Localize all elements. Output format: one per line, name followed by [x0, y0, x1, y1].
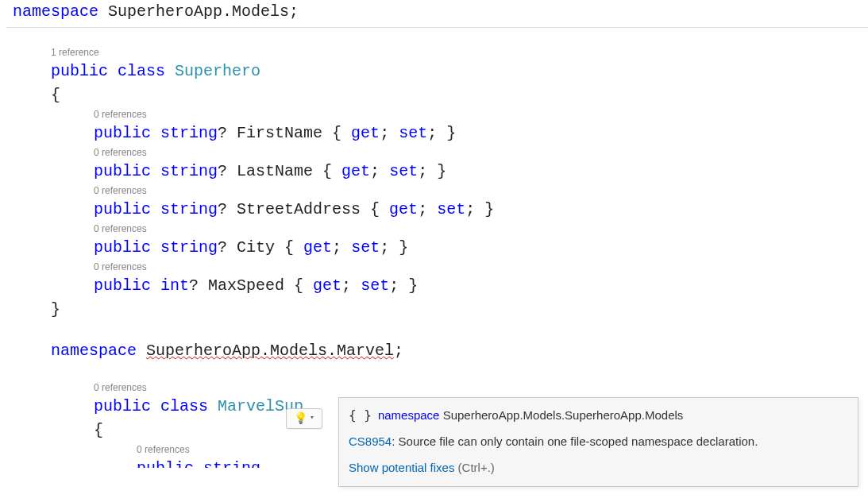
lightbulb-icon: 💡 — [294, 411, 307, 427]
type-name: Superhero — [175, 62, 260, 80]
keyword-string: string — [160, 200, 218, 218]
keyword-set: set — [389, 162, 418, 180]
keyword-public: public — [94, 124, 151, 142]
codelens-text: 0 references — [94, 147, 147, 158]
nullable-q: ? — [218, 200, 237, 218]
keyword-get: get — [313, 276, 341, 295]
codelens-text: 0 references — [94, 223, 147, 234]
codelens[interactable]: 1 reference — [6, 45, 868, 60]
text: ; — [418, 200, 437, 218]
codelens-text: 0 references — [94, 261, 147, 272]
namespace-name: SuperheroApp.Models — [108, 2, 289, 21]
code-line[interactable]: public string? FirstName { get; set; } — [6, 122, 868, 145]
code-line[interactable]: public int? MaxSpeed { get; set; } — [6, 274, 868, 298]
codelens[interactable]: 0 references — [6, 145, 868, 160]
keyword-string: string — [203, 459, 260, 468]
error-tooltip: { } namespace SuperheroApp.Models.Superh… — [338, 397, 858, 487]
text: ; — [370, 162, 389, 180]
text: ; } — [427, 124, 456, 142]
code-line[interactable]: { — [6, 83, 868, 107]
semicolon: ; — [289, 2, 299, 21]
keyword-int: int — [160, 276, 189, 295]
keyword-set: set — [351, 238, 380, 257]
chevron-down-icon: ▾ — [310, 413, 314, 424]
keyword-set: set — [437, 200, 465, 218]
code-line[interactable]: public string? StreetAddress { get; set;… — [6, 198, 868, 222]
namespace-name-error: SuperheroApp.Models.Marvel — [146, 342, 394, 360]
keyword-class: class — [160, 397, 208, 415]
keyword-public: public — [137, 459, 194, 468]
nullable-q: ? — [218, 124, 237, 142]
semicolon: ; — [394, 342, 403, 360]
show-fixes-link[interactable]: Show potential fixes — [349, 461, 454, 474]
keyword-get: get — [341, 162, 370, 180]
code-line[interactable]: public class Superhero — [6, 60, 868, 83]
keyword-public: public — [94, 397, 151, 415]
keyword-namespace: namespace — [378, 408, 440, 422]
nullable-q: ? — [218, 162, 237, 180]
keyword-string: string — [160, 238, 218, 257]
error-message: : Source file can only contain one file-… — [392, 434, 758, 448]
keyword-public: public — [51, 62, 108, 80]
codelens-text: 0 references — [94, 109, 147, 120]
codelens[interactable]: 0 references — [6, 260, 868, 274]
tooltip-symbol-row: { } namespace SuperheroApp.Models.Superh… — [349, 406, 848, 425]
text: ; — [332, 238, 351, 257]
property-name: FirstName — [237, 124, 322, 142]
keyword-class: class — [118, 62, 165, 80]
text: { — [313, 162, 341, 180]
text: { — [284, 276, 313, 295]
code-line[interactable]: public string? LastName { get; set; } — [6, 160, 868, 183]
codelens-text: 0 references — [94, 185, 147, 196]
tooltip-fixes-row: Show potential fixes (Ctrl+.) — [349, 459, 848, 477]
property-name: StreetAddress — [237, 200, 361, 218]
keyword-get: get — [389, 200, 418, 218]
keyword-public: public — [94, 276, 151, 295]
keyword-set: set — [361, 276, 389, 295]
codelens-text: 0 references — [94, 382, 147, 393]
keyword-get: get — [351, 124, 380, 142]
brace-open: { — [51, 86, 60, 104]
lightbulb-button[interactable]: 💡 ▾ — [286, 408, 322, 429]
text: ; — [380, 124, 399, 142]
keyword-public: public — [94, 238, 151, 257]
property-name: LastName — [237, 162, 313, 180]
text: { — [275, 238, 303, 257]
keyword-namespace: namespace — [51, 342, 137, 360]
keyword-string: string — [160, 124, 218, 142]
text — [98, 2, 108, 21]
codelens[interactable]: 0 references — [6, 107, 868, 122]
text: { — [361, 200, 389, 218]
property-name: MaxSpeed — [208, 276, 284, 295]
text: { — [322, 124, 351, 142]
code-line[interactable]: namespace SuperheroApp.Models.Marvel; — [6, 339, 868, 363]
codelens[interactable]: 0 references — [6, 380, 868, 395]
text: ; } — [465, 200, 494, 218]
codelens[interactable]: 0 references — [6, 222, 868, 236]
nullable-q: ? — [218, 238, 237, 257]
brace-close: } — [51, 300, 60, 319]
tooltip-namespace-path: SuperheroApp.Models.SuperheroApp.Models — [443, 408, 684, 422]
codelens-text: 1 reference — [51, 47, 99, 58]
blank-line — [6, 363, 868, 380]
blank-line — [6, 322, 868, 339]
code-line[interactable]: } — [6, 298, 868, 322]
nullable-q: ? — [189, 276, 208, 295]
keyword-string: string — [160, 162, 218, 180]
keyword-namespace: namespace — [13, 2, 98, 21]
text: ; } — [380, 238, 408, 257]
code-line[interactable]: namespace SuperheroApp.Models; — [6, 0, 868, 28]
keyword-public: public — [94, 200, 151, 218]
brace-open: { — [94, 421, 103, 439]
codelens[interactable]: 0 references — [6, 183, 868, 198]
keyword-set: set — [399, 124, 427, 142]
keyword-public: public — [94, 162, 151, 180]
braces-icon: { } — [349, 406, 372, 425]
error-code-link[interactable]: CS8954 — [349, 434, 392, 448]
shortcut-hint: (Ctrl+.) — [454, 461, 494, 474]
code-line[interactable]: public string? City { get; set; } — [6, 236, 868, 260]
text: ; } — [389, 276, 418, 295]
property-name: City — [237, 238, 275, 257]
tooltip-error-row: CS8954: Source file can only contain one… — [349, 433, 848, 451]
codelens-text: 0 references — [137, 444, 190, 455]
